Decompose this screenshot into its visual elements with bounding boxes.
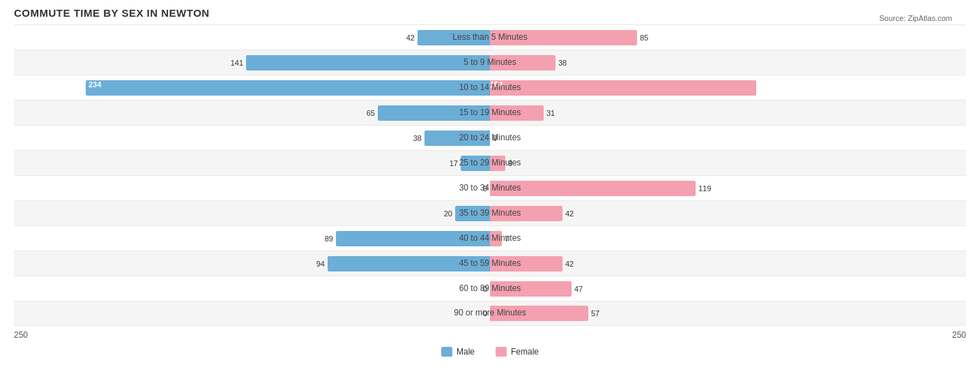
female-value: 119 bbox=[698, 184, 711, 193]
source-label: Source: ZipAtlas.com bbox=[879, 14, 952, 22]
male-bar bbox=[455, 206, 490, 221]
female-value: 7 bbox=[505, 234, 509, 243]
female-value: 38 bbox=[558, 59, 567, 67]
right-section: 154 bbox=[490, 75, 966, 100]
bar-row: 204235 to 39 Minutes bbox=[14, 200, 966, 225]
female-bar bbox=[490, 181, 696, 196]
male-value: 89 bbox=[325, 234, 333, 243]
male-bar bbox=[461, 156, 490, 171]
left-section: 141 bbox=[14, 50, 490, 75]
female-value: 0 bbox=[493, 134, 497, 142]
female-bar bbox=[490, 231, 502, 246]
male-bar bbox=[378, 105, 490, 121]
bar-row: 141385 to 9 Minutes bbox=[14, 50, 966, 75]
male-value: 94 bbox=[316, 260, 325, 268]
female-value: 57 bbox=[591, 309, 599, 318]
male-value: 234 bbox=[89, 80, 490, 89]
male-value: 38 bbox=[413, 134, 422, 142]
female-bar bbox=[490, 156, 505, 171]
male-bar bbox=[246, 55, 490, 70]
legend-female: Female bbox=[496, 347, 539, 357]
female-value: 9 bbox=[508, 159, 512, 167]
right-section: 119 bbox=[490, 176, 966, 200]
bar-row: 4285Less than 5 Minutes bbox=[14, 24, 966, 50]
legend-female-box bbox=[496, 347, 507, 357]
female-value: 31 bbox=[546, 109, 555, 117]
chart-title: COMMUTE TIME BY SEX IN NEWTON bbox=[14, 7, 966, 19]
legend: Male Female bbox=[14, 347, 966, 357]
female-value: 42 bbox=[565, 260, 574, 268]
male-value: 17 bbox=[450, 159, 458, 167]
legend-male-box bbox=[441, 347, 452, 357]
female-bar bbox=[490, 206, 562, 221]
male-bar: 234 bbox=[86, 80, 490, 96]
legend-male: Male bbox=[441, 347, 475, 357]
legend-male-label: Male bbox=[457, 347, 475, 357]
male-value: 0 bbox=[483, 309, 487, 318]
left-section: 38 bbox=[14, 126, 490, 150]
bar-row: 05790 or more Minutes bbox=[14, 301, 966, 326]
female-bar bbox=[490, 30, 637, 45]
chart-area: 4285Less than 5 Minutes141385 to 9 Minut… bbox=[14, 24, 966, 326]
left-section: 20 bbox=[14, 201, 490, 225]
bar-row: 653115 to 19 Minutes bbox=[14, 100, 966, 125]
left-section: 94 bbox=[14, 251, 490, 276]
right-section: 31 bbox=[490, 100, 966, 125]
male-value: 0 bbox=[483, 285, 487, 293]
male-value: 20 bbox=[444, 209, 452, 218]
female-bar: 154 bbox=[490, 80, 756, 96]
left-section: 65 bbox=[14, 100, 490, 125]
bar-row: 04760 to 89 Minutes bbox=[14, 276, 966, 301]
female-bar bbox=[490, 256, 562, 271]
left-section: 42 bbox=[14, 25, 490, 50]
female-bar bbox=[490, 306, 588, 321]
male-value: 65 bbox=[367, 109, 375, 117]
bar-row: 89740 to 44 Minutes bbox=[14, 225, 966, 251]
left-section: 17 bbox=[14, 151, 490, 175]
female-bar bbox=[490, 105, 544, 121]
right-section: 38 bbox=[490, 50, 966, 75]
female-value: 154 bbox=[490, 80, 753, 89]
axis-left: 250 bbox=[14, 330, 28, 340]
male-bar bbox=[418, 30, 490, 45]
left-section: 234 bbox=[14, 75, 490, 100]
axis-row: 250 250 bbox=[14, 326, 966, 343]
female-value: 85 bbox=[640, 33, 648, 42]
left-section: 0 bbox=[14, 176, 490, 200]
bar-row: 38020 to 24 Minutes bbox=[14, 125, 966, 150]
bar-row: 17925 to 29 Minutes bbox=[14, 150, 966, 175]
legend-female-label: Female bbox=[511, 347, 539, 357]
right-section: 57 bbox=[490, 301, 966, 325]
bar-row: 011930 to 34 Minutes bbox=[14, 175, 966, 200]
female-value: 42 bbox=[565, 209, 574, 218]
bar-row: 23415410 to 14 Minutes bbox=[14, 75, 966, 100]
left-section: 0 bbox=[14, 276, 490, 301]
male-value: 0 bbox=[483, 184, 487, 193]
male-bar bbox=[424, 131, 490, 146]
male-value: 141 bbox=[231, 59, 243, 67]
right-section: 85 bbox=[490, 25, 966, 50]
right-section: 47 bbox=[490, 276, 966, 301]
left-section: 89 bbox=[14, 226, 490, 251]
female-bar bbox=[490, 55, 556, 70]
right-section: 42 bbox=[490, 251, 966, 276]
male-bar bbox=[336, 231, 490, 246]
right-section: 7 bbox=[490, 226, 966, 251]
bar-row: 944245 to 59 Minutes bbox=[14, 251, 966, 276]
right-section: 0 bbox=[490, 126, 966, 150]
male-bar bbox=[328, 256, 490, 271]
left-section: 0 bbox=[14, 301, 490, 325]
male-value: 42 bbox=[406, 33, 415, 42]
female-value: 47 bbox=[574, 285, 583, 293]
right-section: 9 bbox=[490, 151, 966, 175]
axis-right: 250 bbox=[952, 330, 966, 340]
female-bar bbox=[490, 281, 572, 297]
right-section: 42 bbox=[490, 201, 966, 225]
